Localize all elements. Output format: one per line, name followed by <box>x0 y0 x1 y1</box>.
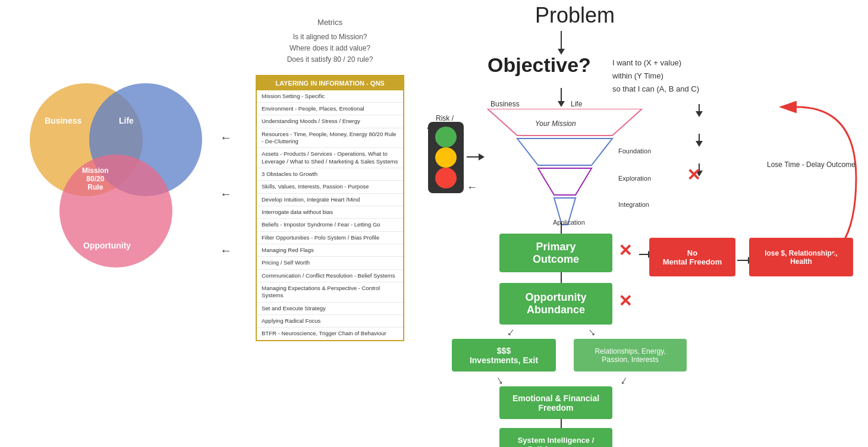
x-mark-oa: ✕ <box>618 291 632 311</box>
light-yellow <box>435 147 457 168</box>
funnel-foundation-label: Foundation <box>618 147 651 155</box>
qns-panel: LAYERING IN INFORMATION - QNS Mission Se… <box>256 75 404 341</box>
qns-item: Mission Setting - Specific <box>257 90 403 103</box>
diag-arrow-relationships: ↓ <box>585 325 598 339</box>
arrow-problem-to-objective <box>558 31 565 55</box>
relationships-box: Relationships, Energy, Passion, Interest… <box>574 339 687 372</box>
svg-marker-1 <box>517 138 612 165</box>
emotional-freedom-label: Emotional & Financial Freedom <box>512 394 599 413</box>
x-mark-integration: ✕ <box>687 165 700 185</box>
emotional-freedom-box: Emotional & Financial Freedom <box>499 386 612 419</box>
objective-label: Objective? <box>488 53 591 77</box>
light-green <box>435 127 457 147</box>
traffic-light <box>428 122 464 193</box>
qns-items: Mission Setting - SpecificEnvironment - … <box>257 90 403 340</box>
primary-outcome-box: Primary Outcome <box>499 234 612 272</box>
x-mark-primary: ✕ <box>618 241 632 260</box>
investments-label: $$$ Investments, Exit <box>470 346 538 365</box>
venn-arrow-2: ← <box>220 187 232 201</box>
primary-outcome-label: Primary Outcome <box>533 241 579 266</box>
opportunity-abundance-box: Opportunity Abundance <box>499 283 612 325</box>
venn-opportunity-circle <box>59 155 172 267</box>
diag-arrow-to-ef-left: ↓ <box>493 373 505 388</box>
qns-item: Beliefs - Impostor Syndrome / Fear - Let… <box>257 219 403 231</box>
metrics-q2: Where does it add value? <box>256 43 404 54</box>
light-red <box>435 168 457 188</box>
funnel-life-label: Life <box>571 100 582 108</box>
qns-item: Interrogate data without bias <box>257 206 403 219</box>
venn-diagram: Business Life Opportunity Mission80/20Ru… <box>12 83 232 309</box>
diag-arrow-to-ef-right: ↓ <box>618 373 630 388</box>
qns-item: Pricing / Self Worth <box>257 257 403 269</box>
metrics-q3: Does it satisfy 80 / 20 rule? <box>256 54 404 65</box>
funnel-exploration-label: Exploration <box>618 175 651 182</box>
metrics-questions: Is it aligned to Mission? Where does it … <box>256 32 404 66</box>
main-diagram: Problem Objective? I want to (X + value)… <box>416 0 868 447</box>
funnel-mission-label: Your Mission <box>535 119 576 128</box>
qns-item: Managing Expectations & Perspective - Co… <box>257 282 403 303</box>
red-curved-arrow <box>737 89 862 279</box>
qns-item: 3 Obstacles to Growth <box>257 168 403 181</box>
opportunity-abundance-label: Opportunity Abundance <box>526 291 587 316</box>
no-mental-freedom-box: No Mental Freedom <box>649 238 735 276</box>
metrics-section: Metrics Is it aligned to Mission? Where … <box>256 18 404 341</box>
venn-business-label: Business <box>45 116 81 125</box>
funnel-container: Business Life Your Mission Foundation Ex… <box>476 100 666 237</box>
problem-title: Problem <box>535 3 615 28</box>
qns-item: Skills, Values, Interests, Passion - Pur… <box>257 181 403 193</box>
qns-item: Set and Execute Strategy <box>257 303 403 315</box>
funnel-business-label: Business <box>490 100 520 108</box>
investments-box: $$$ Investments, Exit <box>452 339 556 372</box>
qns-item: Applying Radical Focus <box>257 315 403 328</box>
qns-header: LAYERING IN INFORMATION - QNS <box>257 76 403 90</box>
diag-arrow-investments: ↓ <box>505 325 518 339</box>
objective-note: I want to (X + value) within (Y Time) so… <box>612 56 699 96</box>
qns-item: Resources - Time, People, Money, Energy … <box>257 128 403 149</box>
venn-arrow-1: ← <box>220 131 232 144</box>
venn-opportunity-label: Opportunity <box>83 241 131 250</box>
qns-item: Filter Opportunities - Polo System / Bia… <box>257 232 403 244</box>
no-mental-freedom-label: No Mental Freedom <box>663 248 722 266</box>
metrics-q1: Is it aligned to Mission? <box>256 32 404 43</box>
right-arrow-1 <box>696 104 703 117</box>
venn-life-label: Life <box>119 116 134 125</box>
right-arrow-2 <box>696 134 703 147</box>
svg-marker-2 <box>538 168 592 195</box>
system-intelligence-box: System Intelligence / Self Awareness <box>499 428 612 447</box>
metrics-title: Metrics <box>256 18 404 27</box>
qns-item: Managing Red Flags <box>257 244 403 257</box>
qns-item: Environment - People, Places, Emotional <box>257 103 403 115</box>
funnel-integration-label: Integration <box>618 201 649 208</box>
venn-mission-label: Mission80/20Rule <box>82 166 109 191</box>
relationships-label: Relationships, Energy, Passion, Interest… <box>595 347 665 364</box>
system-intelligence-label: System Intelligence / Self Awareness <box>518 436 595 448</box>
qns-item: BTFR - Neuroscience, Trigger Chain of Be… <box>257 328 403 339</box>
qns-item: Develop Intuition, Integrate Heart /Mind <box>257 194 403 206</box>
venn-arrow-3: ← <box>220 244 232 257</box>
lose-time-label: Lose Time - Delay Outcome <box>767 160 856 169</box>
qns-item: Assets - Products / Services - Operation… <box>257 148 403 168</box>
qns-item: Communication / Conflict Resolution - Be… <box>257 270 403 282</box>
qns-item: Understanding Moods / Stress / Energy <box>257 115 403 128</box>
